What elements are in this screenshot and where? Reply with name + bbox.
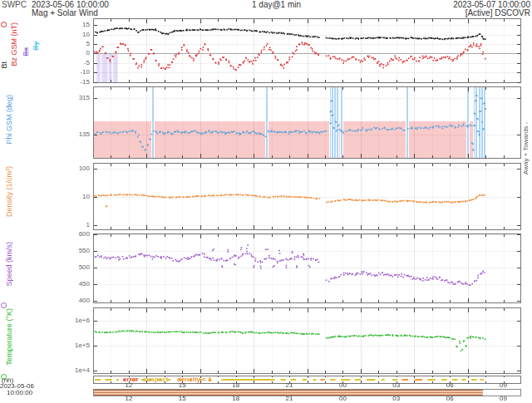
y-tick-label: 100 — [58, 165, 90, 172]
series-marker-ring — [1, 302, 7, 308]
panel-phi[interactable] — [93, 86, 521, 159]
sector-polarity-label: Away + Towards - — [522, 91, 530, 174]
axis-label-phi-gsm: Phi GSM (deg) — [5, 95, 14, 145]
panel-density[interactable] — [93, 163, 521, 230]
hour-tick-label: 00 — [335, 382, 350, 389]
hour-tick-label: 18 — [229, 396, 244, 402]
temperature-plot-canvas — [93, 307, 521, 374]
flag-legend-suspect: suspect — [143, 376, 168, 383]
y-tick-label: 1 — [58, 222, 90, 229]
hour-tick-label: 15 — [175, 382, 190, 389]
hour-tick-label: 03 — [389, 396, 404, 402]
page-title: Mag + Solar Wind — [32, 9, 98, 17]
hour-tick-label: 21 — [282, 396, 297, 402]
y-tick-label: 10 — [58, 32, 90, 38]
hour-tick-label: 00 — [335, 396, 350, 402]
hour-tick-label: 21 — [282, 382, 297, 389]
y-tick-label: 1e+4 — [58, 367, 90, 374]
source-status-label: [Active] DSCOVR — [466, 9, 530, 17]
hour-tick-label: 06 — [442, 382, 457, 389]
panel-mag[interactable] — [93, 18, 521, 83]
hour-tick-label: 12 — [121, 382, 136, 389]
y-tick-label: 315 — [58, 95, 90, 101]
rtsw-plot-screen: SWPC 2023-05-06 10:00:00 Mag + Solar Win… — [0, 0, 532, 403]
hour-tick-label: 09 — [496, 382, 511, 389]
axis-start-time: 10:00:00 — [7, 390, 32, 396]
density-plot-canvas — [93, 163, 521, 230]
y-tick-label: 15 — [58, 22, 90, 28]
y-tick-label: 500 — [58, 264, 90, 271]
y-tick-label: 135 — [58, 131, 90, 138]
axis-label-temperature: Temperature (°K) — [5, 308, 14, 366]
phi-plot-canvas — [93, 86, 521, 159]
hour-tick-label: 15 — [175, 396, 190, 402]
panel-speed[interactable] — [93, 233, 521, 303]
range-label: 1 day@1 min — [252, 1, 301, 9]
y-tick-label: 10 — [58, 194, 90, 200]
y-tick-label: 0 — [58, 50, 90, 57]
hour-tick-label: 06 — [442, 396, 457, 402]
y-tick-label: 600 — [58, 231, 90, 238]
hour-tick-label: 12 — [121, 396, 136, 402]
axis-label-speed: Speed (km/s) — [5, 242, 14, 287]
panel-temperature[interactable] — [93, 307, 521, 374]
hour-tick-label: 18 — [229, 382, 244, 389]
mag-plot-canvas — [93, 18, 521, 83]
hour-tick-label: 03 — [389, 382, 404, 389]
axis-label-density: Density (1/cm³) — [5, 166, 14, 217]
hour-tick-label: 09 — [496, 396, 511, 402]
brand: SWPC — [2, 1, 27, 9]
series-marker-ring — [1, 22, 7, 27]
y-tick-label: 550 — [58, 248, 90, 254]
y-tick-label: 5 — [58, 41, 90, 47]
speed-plot-canvas — [93, 233, 521, 303]
y-tick-label: 450 — [58, 281, 90, 288]
axis-label-bt[interactable]: Bt — [0, 61, 9, 69]
axis-label-bz-gsm[interactable]: Bz GSM (nT) — [10, 22, 19, 66]
axis-label-bx[interactable]: Bx — [22, 47, 31, 57]
y-tick-label: -15 — [58, 79, 90, 86]
series-marker-ring — [1, 374, 7, 380]
y-tick-label: 1e+6 — [58, 317, 90, 324]
y-tick-label: 1e+5 — [58, 342, 90, 349]
y-tick-label: 400 — [58, 297, 90, 304]
y-tick-label: -10 — [58, 69, 90, 76]
y-tick-label: -5 — [58, 60, 90, 66]
axis-label-by[interactable]: By — [32, 42, 41, 51]
